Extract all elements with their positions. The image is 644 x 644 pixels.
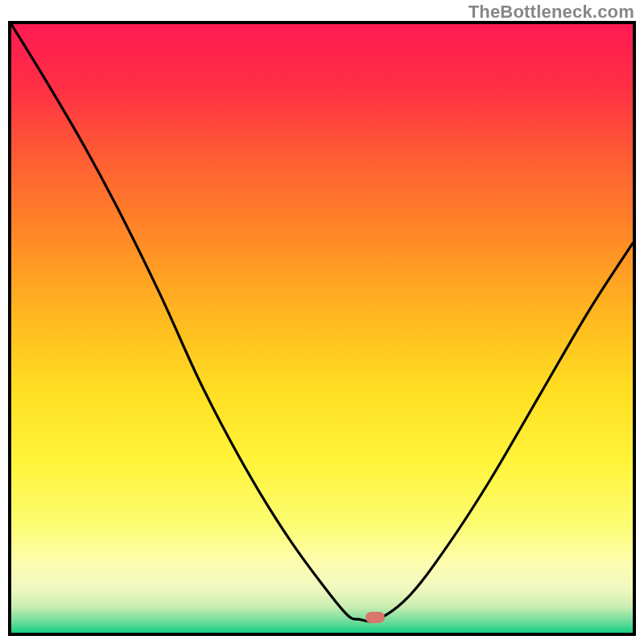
optimum-marker xyxy=(365,612,385,623)
watermark-text: TheBottleneck.com xyxy=(469,2,634,23)
chart-stage: TheBottleneck.com xyxy=(0,0,644,644)
plot-frame xyxy=(8,21,636,636)
bottleneck-curve xyxy=(11,24,633,633)
